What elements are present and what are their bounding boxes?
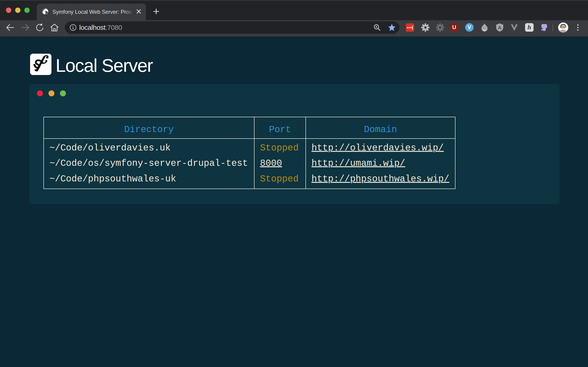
svg-text:A: A <box>498 25 502 31</box>
